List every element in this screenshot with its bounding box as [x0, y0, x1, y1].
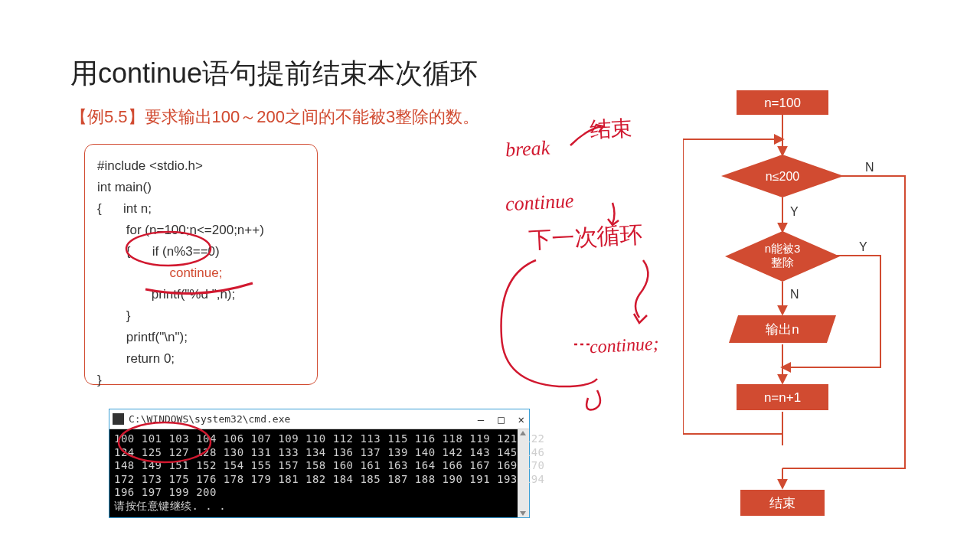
flow-end: 结束 [769, 496, 795, 510]
svg-point-0 [126, 232, 211, 266]
flow-cond-loop: n≤200 [766, 170, 799, 183]
cmd-row: 196 197 199 200 [114, 486, 217, 498]
code-line: int main() [97, 180, 152, 194]
hand-annotation-cmd [107, 419, 230, 481]
hand-arrow-break [567, 122, 612, 153]
code-line: #include <stdio.h> [97, 158, 203, 173]
code-line: return 0; [97, 351, 175, 366]
cmd-row: 请按任意键继续. . . [114, 500, 226, 512]
flow-label-n: N [865, 161, 874, 174]
flow-inc: n=n+1 [764, 390, 801, 405]
scrollbar[interactable] [518, 429, 529, 517]
flow-cond-mod-b: 整除 [771, 256, 794, 269]
slide-title: 用continue语句提前结束本次循环 [70, 55, 478, 93]
flow-init: n=100 [764, 96, 801, 110]
hand-annotation-code [115, 230, 283, 314]
code-line: } [97, 373, 102, 387]
code-line: { int n; [97, 201, 152, 216]
example-subtitle: 【例5.5】要求输出100～200之间的不能被3整除的数。 [70, 106, 479, 129]
minimize-button[interactable]: — [478, 413, 484, 425]
hand-break: break [505, 136, 550, 161]
flow-label-y: Y [790, 205, 799, 218]
flow-cond-mod-a: n能被3 [765, 242, 801, 255]
flow-label-n2: N [790, 288, 799, 301]
svg-point-1 [119, 422, 211, 462]
code-line: printf("\n"); [97, 330, 188, 344]
hand-continue: continue [505, 190, 574, 217]
hand-arrow-continue [605, 199, 628, 230]
hand-curve-lines [490, 253, 689, 421]
flow-label-y2: Y [859, 240, 867, 253]
flowchart: n=100 n≤200 N Y n能被3 整除 Y N 输出n n=n+1 结束 [683, 86, 936, 514]
flow-output: 输出n [766, 322, 799, 337]
